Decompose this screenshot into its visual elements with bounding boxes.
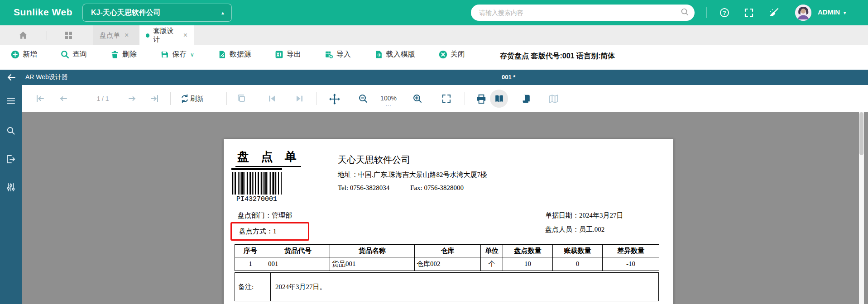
load-template-button[interactable]: 载入模版 [374,50,415,59]
close-tab-icon[interactable]: × [125,32,129,39]
col-header: 差异数量 [603,245,659,257]
company-tel: Tel: 0756-3828034 [338,184,389,191]
toolbar-separator [465,92,465,105]
designer-header: AR Web设计器 001 * [0,70,868,85]
designer-sidebar [0,85,22,304]
global-search[interactable] [471,5,695,21]
col-header: 货品代号 [266,245,330,257]
barcode-top-bar [231,168,282,170]
zoom-in-icon[interactable] [412,93,423,104]
toolbar-separator [226,92,227,105]
refresh-label[interactable]: 刷新 [190,95,204,103]
remark-value: 2024年3月27日。 [271,273,658,301]
company-fax: Fax: 0756-3828000 [410,184,464,191]
scroll-view-icon[interactable] [521,93,532,104]
col-header: 盘点数量 [503,245,553,257]
delete-button[interactable]: 删除 [110,50,137,59]
clean-broom-icon[interactable] [768,7,779,18]
top-bar: Sunlike Web KJ-天心天思软件公司 ▲ ? [0,0,868,25]
cell-seq: 1 [235,257,266,271]
method-field: 盘点方式：1 [239,227,277,236]
import-button[interactable]: 导入 [325,50,351,59]
search-panel-icon[interactable] [6,126,16,136]
tab-label: 盘点单 [100,31,120,40]
home-tab-icon[interactable] [18,30,28,42]
prev-page-button[interactable] [58,93,69,104]
back-arrow-icon[interactable] [6,73,16,84]
last-page-button[interactable] [149,93,160,104]
close-button[interactable]: 关闭 [439,50,465,59]
svg-text:?: ? [723,10,726,16]
menu-icon[interactable] [6,96,16,106]
zoom-level[interactable]: 100% [376,95,401,102]
cell-item-name: 货品001 [330,257,415,271]
avatar[interactable] [795,5,811,21]
apps-grid-icon[interactable] [64,31,73,42]
tab-label: 套版设计 [153,27,178,44]
report-document[interactable]: 盘 点 单 PI43270001 天心天思软件公司 地址：中国.广东.珠海吉大景… [224,139,673,304]
person-field: 盘点人员：员工.002 [545,225,604,234]
scrollbar-thumb[interactable] [859,112,863,155]
fit-fullscreen-icon[interactable] [441,93,452,104]
tab-inventory-sheet[interactable]: 盘点单 × [93,25,139,45]
cell-book-qty: 0 [553,257,603,271]
pan-move-icon[interactable] [329,93,340,104]
fullscreen-icon[interactable] [743,7,754,18]
refresh-icon[interactable] [179,93,190,104]
company-selector[interactable]: KJ-天心天思软件公司 ▲ [82,4,232,22]
remark-box: 备注: 2024年3月27日。 [235,272,659,301]
next-page-button[interactable] [127,93,138,104]
barcode [232,172,282,195]
col-header: 序号 [235,245,266,257]
tabbar-divider [47,31,47,40]
tab-bar: 盘点单 × 套版设计 × [0,25,868,45]
zoom-menu-dots[interactable]: ··· [376,103,401,108]
highlighted-method-field[interactable]: 盘点方式：1 [230,222,309,241]
print-icon[interactable] [475,93,486,104]
save-dropdown-icon[interactable]: ∨ [190,52,194,58]
toolbar-separator [170,92,171,105]
document-status: 001 * [502,74,515,81]
caret-up-icon: ▲ [221,10,225,15]
user-menu[interactable]: ADMIN▼ [818,8,847,16]
step-forward-icon[interactable] [294,93,305,104]
col-header: 仓库 [415,245,481,257]
help-icon[interactable]: ? [719,7,730,18]
report-viewer-toolbar: 1 / 1 刷新 100% ··· [22,85,868,112]
company-name: 天心天思软件公司 [338,154,410,166]
company-selector-value: KJ-天心天思软件公司 [91,8,221,18]
first-page-button[interactable] [34,93,45,104]
add-button[interactable]: 新增 [11,50,37,59]
document-title: 盘 点 单 [235,149,301,167]
cell-warehouse: 仓库002 [415,257,481,271]
tab-template-design[interactable]: 套版设计 × [139,25,194,45]
export-button[interactable]: 导出 [275,50,301,59]
export-exit-icon[interactable] [6,154,16,164]
close-tab-icon[interactable]: × [183,32,187,39]
page-indicator: 1 / 1 [88,95,118,102]
inventory-table: 序号 货品代号 货品名称 仓库 单位 盘点数量 账载数量 差异数量 1 001 … [235,244,659,271]
template-context-info: 存货盘点 套版代号:001 语言别:简体 [500,52,615,61]
designer-title: AR Web设计器 [25,73,68,81]
save-button[interactable]: 保存 ∨ [160,50,194,59]
vertical-scrollbar[interactable] [859,112,864,304]
settings-sliders-icon[interactable] [6,182,16,192]
book-view-icon[interactable] [494,93,504,104]
booklet-map-icon[interactable] [548,93,559,104]
step-back-icon[interactable] [266,93,277,104]
snapshot-copy-icon[interactable] [236,93,247,104]
search-icon[interactable] [680,7,689,18]
table-row: 1 001 货品001 仓库002 个 10 0 -10 [235,257,659,271]
col-header: 单位 [481,245,503,257]
query-button[interactable]: 查询 [61,50,87,59]
search-input[interactable] [479,9,680,16]
company-address: 地址：中国.广东.珠海吉大景山路82号水湾大厦7楼 [338,171,487,179]
zoom-out-icon[interactable] [358,93,369,104]
col-header: 账载数量 [553,245,603,257]
datasource-button[interactable]: 数据源 [218,50,251,59]
toolbar-separator [316,92,317,105]
company-contact: Tel: 0756-3828034 Fax: 0756-3828000 [338,184,464,192]
action-toolbar: 新增 查询 删除 保存 ∨ 数据源 导出 [0,45,868,70]
date-field: 单据日期：2024年3月27日 [545,211,623,220]
topbar-divider [706,7,707,18]
